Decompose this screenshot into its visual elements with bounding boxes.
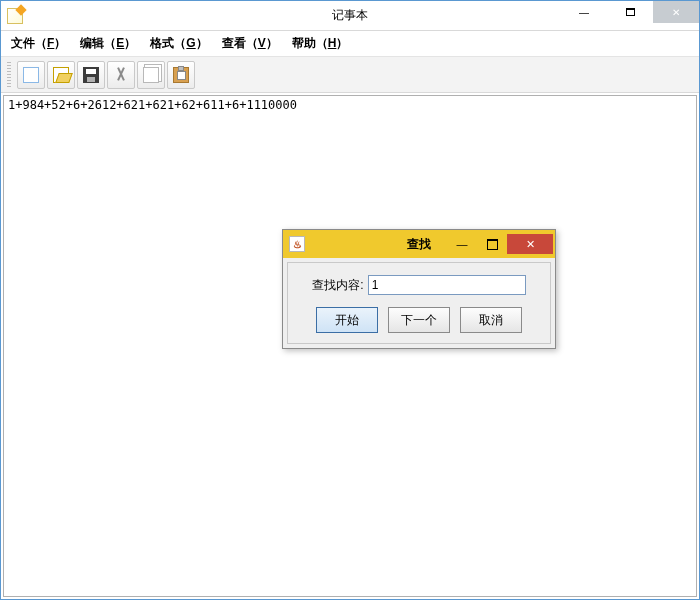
open-button[interactable]	[47, 61, 75, 89]
window-controls: — ✕	[561, 1, 699, 30]
toolbar-grip	[7, 62, 11, 88]
dialog-controls: — ✕	[447, 234, 553, 254]
dialog-close-button[interactable]: ✕	[507, 234, 553, 254]
menu-format[interactable]: 格式（G）	[150, 35, 207, 52]
dialog-titlebar[interactable]: ♨ 查找 — ✕	[283, 230, 555, 258]
find-next-button[interactable]: 下一个	[388, 307, 450, 333]
find-row: 查找内容:	[298, 275, 540, 295]
find-cancel-button[interactable]: 取消	[460, 307, 522, 333]
paste-icon	[173, 67, 189, 83]
menu-view[interactable]: 查看（V）	[222, 35, 278, 52]
menu-help[interactable]: 帮助（H）	[292, 35, 349, 52]
find-dialog: ♨ 查找 — ✕ 查找内容: 开始 下一个 取消	[282, 229, 556, 349]
open-file-icon	[53, 67, 69, 83]
menubar: 文件（F） 编辑（E） 格式（G） 查看（V） 帮助（H）	[1, 31, 699, 57]
find-label: 查找内容:	[312, 277, 363, 294]
titlebar: 记事本 — ✕	[1, 1, 699, 31]
new-file-icon	[23, 67, 39, 83]
minimize-button[interactable]: —	[561, 1, 607, 23]
paste-button[interactable]	[167, 61, 195, 89]
find-start-button[interactable]: 开始	[316, 307, 378, 333]
menu-edit[interactable]: 编辑（E）	[80, 35, 136, 52]
dialog-buttons: 开始 下一个 取消	[298, 307, 540, 333]
copy-icon	[143, 67, 159, 83]
copy-button[interactable]	[137, 61, 165, 89]
new-button[interactable]	[17, 61, 45, 89]
dialog-body: 查找内容: 开始 下一个 取消	[287, 262, 551, 344]
save-button[interactable]	[77, 61, 105, 89]
save-icon	[83, 67, 99, 83]
dialog-maximize-button[interactable]	[477, 234, 507, 254]
dialog-minimize-button[interactable]: —	[447, 234, 477, 254]
maximize-button[interactable]	[607, 1, 653, 23]
find-input[interactable]	[368, 275, 526, 295]
java-icon: ♨	[289, 236, 305, 252]
close-button[interactable]: ✕	[653, 1, 699, 23]
toolbar	[1, 57, 699, 93]
scissors-icon	[113, 67, 129, 83]
menu-file[interactable]: 文件（F）	[11, 35, 66, 52]
maximize-icon	[626, 8, 635, 16]
cut-button[interactable]	[107, 61, 135, 89]
app-icon	[7, 8, 23, 24]
